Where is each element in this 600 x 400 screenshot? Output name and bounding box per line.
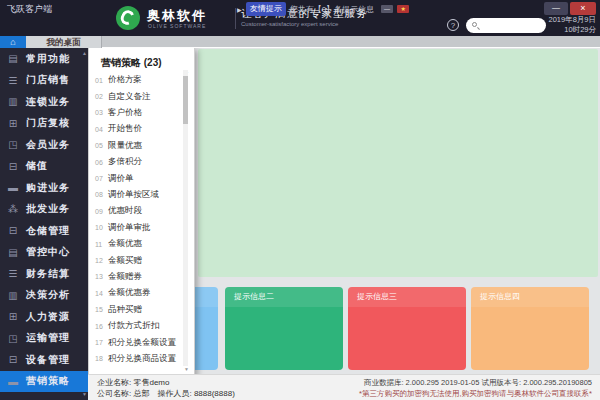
marketing-strategy-submenu: 营销策略 (23) 01价格方案 02自定义备注 03客户价格 04开始售价 0… xyxy=(88,47,195,376)
sidebar-item-store-review[interactable]: ⊞门店复核 xyxy=(0,113,88,135)
submenu-scrollbar-thumb[interactable] xyxy=(183,76,188,124)
notice-count-text: 您共有【0】条提示信息 xyxy=(290,4,374,15)
sidebar-item-equipment[interactable]: ⊟设备管理 xyxy=(0,349,88,371)
sidebar-item-marketing-strategy[interactable]: ▬营销策略 xyxy=(0,371,88,393)
menu-icon: ⊟ xyxy=(0,225,26,236)
home-icon[interactable]: ⌂ xyxy=(0,36,26,48)
brand-logo-icon xyxy=(116,6,140,30)
submenu-item[interactable]: 12金额买赠 xyxy=(95,252,187,268)
sidebar-item-decision-analysis[interactable]: ▥决策分析 xyxy=(0,285,88,307)
menu-icon: ☰ xyxy=(0,268,26,279)
version-info: 商业数据库: 2.000.295 2019-01-05 试用版本号: 2.000… xyxy=(359,378,592,399)
card-title: 提示信息二 xyxy=(225,287,343,307)
notice-card-two[interactable]: 提示信息二 xyxy=(225,287,343,370)
collapse-notice-icon[interactable]: — xyxy=(381,5,393,13)
submenu-item[interactable]: 14金额优惠券 xyxy=(95,285,187,301)
menu-icon: ⁂ xyxy=(0,204,26,215)
play-icon[interactable]: ▶ xyxy=(237,6,242,13)
friendly-tips-button[interactable]: 友情提示 xyxy=(246,2,286,16)
submenu-item[interactable]: 08调价单按区域 xyxy=(95,187,187,203)
flag-icon[interactable]: ★ xyxy=(397,5,409,13)
submenu-item[interactable]: 04开始售价 xyxy=(95,121,187,137)
brand-slogan-en: Customer-satisfactory expert service xyxy=(241,21,338,27)
sidebar-item-purchasing[interactable]: ▬购进业务 xyxy=(0,177,88,199)
menu-icon: ☰ xyxy=(0,75,26,86)
time-text: 10时29分 xyxy=(548,25,596,35)
menu-icon: ⊟ xyxy=(0,161,26,172)
submenu-item[interactable]: 07调价单 xyxy=(95,170,187,186)
card-title: 提示信息三 xyxy=(348,287,466,307)
minimize-button[interactable]: — xyxy=(544,2,568,15)
submenu-item[interactable]: 18积分兑换商品设置 xyxy=(95,351,187,367)
menu-icon: ▥ xyxy=(0,96,26,107)
submenu-item[interactable]: 01价格方案 xyxy=(95,72,187,88)
notice-panel-large[interactable] xyxy=(198,49,598,277)
submenu-title: 营销策略 (23) xyxy=(101,56,162,70)
tab-my-desktop[interactable]: 我的桌面 xyxy=(26,36,102,48)
menu-icon: ▤ xyxy=(0,53,26,64)
menu-icon: ⊟ xyxy=(0,354,26,365)
search-icon xyxy=(472,22,477,27)
close-button[interactable]: × xyxy=(570,2,596,15)
enterprise-name: 企业名称: 零售demo xyxy=(97,378,235,389)
date-text: 2019年8月9日 xyxy=(548,15,596,25)
search-box[interactable] xyxy=(466,18,546,33)
submenu-item[interactable]: 16付款方式折扣 xyxy=(95,318,187,334)
sidebar-item-hr[interactable]: ⊞人力资源 xyxy=(0,306,88,328)
submenu-item[interactable]: 10调价单审批 xyxy=(95,220,187,236)
company-info: 企业名称: 零售demo 公司名称: 总部操作人员: 8888(8888) xyxy=(97,378,235,399)
sidebar-item-transport[interactable]: ◳运输管理 xyxy=(0,328,88,350)
menu-icon: ▬ xyxy=(0,182,26,193)
operator-name: 操作人员: 8888(8888) xyxy=(157,389,234,398)
submenu-item[interactable]: 13金额赠券 xyxy=(95,269,187,285)
company-name: 公司名称: 总部 xyxy=(97,389,149,398)
notice-card-three[interactable]: 提示信息三 xyxy=(348,287,466,370)
brand-name-en: OLIVE SOFTWARE xyxy=(148,23,206,29)
menu-icon: ⊞ xyxy=(0,118,26,129)
menu-icon: ▤ xyxy=(0,247,26,258)
submenu-item[interactable]: 06多倍积分 xyxy=(95,154,187,170)
card-title: 提示信息四 xyxy=(471,287,589,307)
submenu-item[interactable]: 05限量优惠 xyxy=(95,138,187,154)
sidebar-scroll-up-icon[interactable]: ▲ xyxy=(82,50,87,56)
submenu-item[interactable]: 11金额优惠 xyxy=(95,236,187,252)
submenu-scroll-down-icon[interactable]: ▼ xyxy=(184,366,189,372)
help-icon[interactable]: ? xyxy=(447,19,459,31)
submenu-item[interactable]: 03客户价格 xyxy=(95,105,187,121)
sidebar-item-common-functions[interactable]: ▤常用功能 xyxy=(0,48,88,70)
app-title: 飞跃客户端 xyxy=(7,3,52,16)
menu-icon: ▬ xyxy=(0,376,26,387)
submenu-item[interactable]: 15品种买赠 xyxy=(95,302,187,318)
sidebar-item-warehouse[interactable]: ⊟仓储管理 xyxy=(0,220,88,242)
sidebar-item-control-center[interactable]: ▤管控中心 xyxy=(0,242,88,264)
sidebar-item-stored-value[interactable]: ⊟储值 xyxy=(0,156,88,178)
dongle-warning-text: *第三方购买的加密狗无法使用,购买加密狗请与奥林软件公司直接联系* xyxy=(359,389,592,400)
submenu-item[interactable]: 17积分兑换金额设置 xyxy=(95,334,187,350)
menu-icon: ⊞ xyxy=(0,311,26,322)
divider xyxy=(235,8,236,29)
menu-icon: ◳ xyxy=(0,139,26,150)
notice-card-four[interactable]: 提示信息四 xyxy=(471,287,589,370)
sidebar-item-chain-business[interactable]: ▥连锁业务 xyxy=(0,91,88,113)
tab-bar: ⌂ 我的桌面 xyxy=(0,36,600,48)
sidebar-item-store-sales[interactable]: ☰门店销售 xyxy=(0,70,88,92)
notice-bar: ▶ 友情提示 您共有【0】条提示信息 — ★ xyxy=(237,3,409,15)
submenu-item[interactable]: 09优惠时段 xyxy=(95,203,187,219)
status-bar: 企业名称: 零售demo 公司名称: 总部操作人员: 8888(8888) 商业… xyxy=(88,374,600,400)
sidebar-item-finance[interactable]: ☰财务结算 xyxy=(0,263,88,285)
sidebar-item-member-business[interactable]: ◳会员业务 xyxy=(0,134,88,156)
submenu-item[interactable]: 02自定义备注 xyxy=(95,88,187,104)
sidebar-scroll-down-icon[interactable]: ▼ xyxy=(82,391,87,397)
datetime-display: 2019年8月9日 10时29分 xyxy=(548,15,596,34)
menu-icon: ◳ xyxy=(0,333,26,344)
search-input[interactable] xyxy=(480,19,542,31)
database-version-text: 商业数据库: 2.000.295 2019-01-05 试用版本号: 2.000… xyxy=(359,378,592,389)
sidebar-item-wholesale[interactable]: ⁂批发业务 xyxy=(0,199,88,221)
menu-icon: ▥ xyxy=(0,290,26,301)
sidebar-nav: ▤常用功能 ☰门店销售 ▥连锁业务 ⊞门店复核 ◳会员业务 ⊟储值 ▬购进业务 … xyxy=(0,48,88,400)
title-bar: 飞跃客户端 — × 奥林软件 OLIVE SOFTWARE 让客户满意的专家型服… xyxy=(0,0,600,36)
